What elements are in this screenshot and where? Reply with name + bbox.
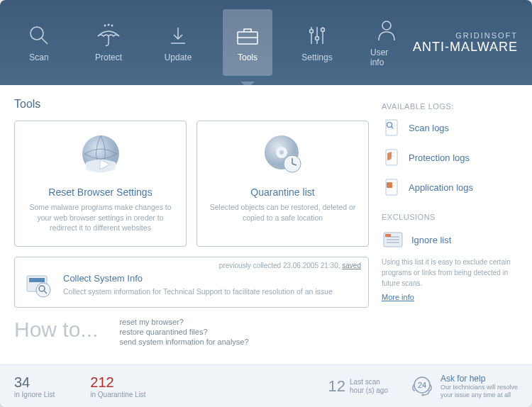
headset-24-icon: 24 <box>409 374 435 399</box>
more-info-link[interactable]: More info <box>382 293 414 301</box>
stat-number: 212 <box>90 374 145 391</box>
stat-label: in Ignore List <box>14 391 55 398</box>
howto-link-send[interactable]: send system information for analyse? <box>119 338 248 346</box>
side-label: Protection logs <box>409 152 470 163</box>
logs-section-title: AVAILABLE LOGS: <box>382 102 518 111</box>
last-scan-stat: 12 Last scan hour (s) ago <box>328 377 388 396</box>
svg-point-15 <box>321 28 325 32</box>
protection-logs-item[interactable]: Protection logs <box>382 147 518 167</box>
user-icon <box>377 18 397 43</box>
main-column: Tools Reset Browser Settings Some malwar… <box>14 98 369 364</box>
download-icon <box>167 23 189 48</box>
app-header: Scan Protect Update Tools Settings <box>0 0 532 85</box>
logs-list: Scan logs Protection logs Application lo… <box>382 118 518 197</box>
svg-line-1 <box>42 38 48 44</box>
svg-point-4 <box>108 24 109 25</box>
nav-label: Tools <box>238 52 257 62</box>
stat-label: hour (s) ago <box>350 386 388 395</box>
side-label: Application logs <box>409 182 473 193</box>
saved-link[interactable]: saved <box>342 262 361 269</box>
collect-meta: previously collected 23.06.2005 21:30, s… <box>219 262 361 269</box>
nav-protect[interactable]: Protect <box>84 9 133 76</box>
nav-userinfo[interactable]: User info <box>362 9 411 76</box>
howto-title: How to... <box>14 318 98 342</box>
svg-point-0 <box>31 27 43 40</box>
nav-label: Update <box>165 52 192 62</box>
card-desc: Selected objects can be restored, delete… <box>207 202 358 223</box>
svg-point-27 <box>36 283 50 297</box>
svg-text:24: 24 <box>418 381 426 389</box>
side-label: Ignore list <box>411 235 451 245</box>
howto-link-reset[interactable]: reset my browser? <box>119 318 248 326</box>
brand-line1: GRIDINSOFT <box>413 31 518 40</box>
page-title: Tools <box>14 98 369 111</box>
tool-cards-row: Reset Browser Settings Some malware prog… <box>14 121 369 247</box>
card-desc: Collect system information for Technical… <box>63 286 358 297</box>
nav-label: User info <box>370 48 403 67</box>
card-desc: Some malware programs make changes to yo… <box>25 202 176 233</box>
nav-update[interactable]: Update <box>153 9 203 76</box>
svg-rect-26 <box>29 278 45 282</box>
magnifier-icon <box>28 23 50 48</box>
ask-for-help[interactable]: 24 Ask for help Our technicians will res… <box>409 374 518 399</box>
svg-point-50 <box>421 394 423 396</box>
main-nav: Scan Protect Update Tools Settings <box>14 9 411 76</box>
svg-point-5 <box>111 25 112 26</box>
svg-point-11 <box>310 30 314 33</box>
svg-rect-47 <box>385 234 391 237</box>
content-area: Tools Reset Browser Settings Some malwar… <box>0 85 532 364</box>
doc-app-icon <box>382 177 401 197</box>
stat-label: in Quarantine List <box>90 391 145 398</box>
svg-point-21 <box>279 150 284 155</box>
meta-prefix: previously collected <box>219 262 283 269</box>
ask-desc-1: Our technicians will resolve <box>440 384 518 391</box>
exclusions-desc: Using this list it is easy to exclude ce… <box>382 257 518 289</box>
nav-label: Settings <box>301 52 332 62</box>
svg-point-16 <box>382 21 391 30</box>
nav-tools[interactable]: Tools <box>223 9 272 76</box>
application-logs-item[interactable]: Application logs <box>382 177 518 197</box>
doc-shield-icon <box>382 147 401 167</box>
howto-link-restore[interactable]: restore quarantined files? <box>119 328 248 336</box>
brand-logo: GRIDINSOFT ANTI-MALWARE <box>413 31 518 55</box>
meta-date: 23.06.2005 21:30, <box>283 262 342 269</box>
svg-point-3 <box>104 25 105 26</box>
quarantine-card[interactable]: Quarantine list Selected objects can be … <box>196 121 369 247</box>
stat-label: Last scan <box>350 378 388 386</box>
howto-section: How to... reset my browser? restore quar… <box>14 318 369 352</box>
ask-desc-2: your issue any time at all <box>440 391 518 399</box>
stat-number: 12 <box>328 377 345 396</box>
disc-clock-icon <box>207 131 358 181</box>
collect-system-info-card[interactable]: previously collected 23.06.2005 21:30, s… <box>14 257 369 308</box>
svg-point-13 <box>316 37 319 40</box>
card-title: Quarantine list <box>207 186 358 198</box>
side-label lock: Scan logs <box>409 123 449 133</box>
card-title: Reset Browser Settings <box>25 186 176 198</box>
system-info-icon <box>25 272 53 300</box>
status-footer: 34 in Ignore List 212 in Quarantine List… <box>0 364 532 407</box>
briefcase-icon <box>235 23 260 48</box>
nav-settings[interactable]: Settings <box>292 9 342 76</box>
sliders-icon <box>307 23 327 48</box>
nav-label: Scan <box>29 52 48 62</box>
right-sidebar: AVAILABLE LOGS: Scan logs Protection log… <box>369 98 518 364</box>
card-title: Collect System Info <box>63 273 358 284</box>
ignore-list-item[interactable]: Ignore list <box>382 228 518 251</box>
svg-rect-30 <box>386 120 397 135</box>
ignore-count-stat: 34 in Ignore List <box>14 374 55 398</box>
howto-links: reset my browser? restore quarantined fi… <box>119 318 248 346</box>
globe-reset-icon <box>25 131 176 181</box>
quarantine-count-stat: 212 in Quarantine List <box>90 374 145 398</box>
umbrella-icon <box>96 23 121 48</box>
nav-scan[interactable]: Scan <box>14 9 64 76</box>
doc-magnifier-icon <box>382 118 401 138</box>
scan-logs-item[interactable]: Scan logs <box>382 118 518 138</box>
ask-title: Ask for help <box>440 374 518 384</box>
svg-rect-42 <box>387 182 392 188</box>
exclusions-section-title: EXCLUSIONS <box>382 213 518 221</box>
brand-line2: ANTI-MALWARE <box>413 40 518 55</box>
nav-label: Protect <box>95 52 122 62</box>
list-icon <box>382 228 404 251</box>
stat-number: 34 <box>14 374 55 391</box>
reset-browser-card[interactable]: Reset Browser Settings Some malware prog… <box>14 121 187 247</box>
